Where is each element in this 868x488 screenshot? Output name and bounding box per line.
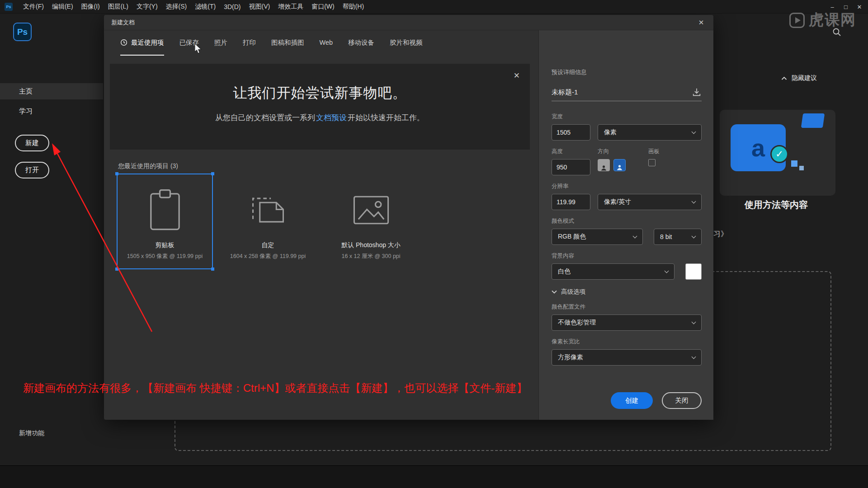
tab-print-label: 打印 [243, 38, 256, 47]
menu-item-help[interactable]: 帮助(H) [339, 0, 368, 14]
advanced-options-toggle[interactable]: 高级选项 [552, 288, 702, 296]
close-window-button[interactable]: ✕ [853, 0, 866, 14]
save-preset-icon[interactable] [692, 87, 702, 97]
check-circle-icon: ✓ [770, 145, 788, 163]
width-input[interactable] [552, 124, 590, 141]
artboard-checkbox[interactable] [648, 159, 656, 166]
width-unit-select[interactable]: 像素 [598, 124, 702, 141]
create-button[interactable]: 创建 [611, 392, 653, 409]
resolution-input[interactable] [552, 194, 590, 210]
play-icon [789, 13, 805, 28]
hero-subtitle-post: 开始以快速开始工作。 [348, 113, 425, 122]
resolution-unit-value: 像素/英寸 [604, 198, 631, 206]
tab-recent-label: 最近使用项 [131, 38, 164, 47]
hide-suggestions-label: 隐藏建议 [792, 74, 817, 82]
orientation-landscape-icon[interactable] [613, 159, 626, 171]
menu-item-plugins[interactable]: 增效工具 [274, 0, 307, 14]
background-color-swatch[interactable] [685, 263, 702, 280]
tab-art-label: 图稿和插图 [271, 38, 304, 47]
recent-item-default-size[interactable]: 默认 Photoshop 大小 16 x 12 厘米 @ 300 ppi [323, 174, 419, 269]
tab-mobile[interactable]: 移动设备 [348, 30, 374, 56]
pixel-aspect-label: 像素长宽比 [552, 338, 702, 346]
recent-item-meta: 16 x 12 厘米 @ 300 ppi [341, 253, 400, 260]
tab-art-illustration[interactable]: 图稿和插图 [271, 30, 304, 56]
preset-details-header: 预设详细信息 [552, 68, 702, 76]
menu-item-window[interactable]: 窗口(W) [307, 0, 339, 14]
promo-illustration-card[interactable]: a ✓ [720, 110, 835, 196]
height-input[interactable] [552, 159, 590, 175]
background-label: 背景内容 [552, 252, 702, 260]
menu-list: 文件(F) 编辑(E) 图像(I) 图层(L) 文字(Y) 选择(S) 滤镜(T… [19, 0, 368, 14]
menu-item-edit[interactable]: 编辑(E) [48, 0, 77, 14]
minimize-button[interactable]: – [826, 0, 839, 14]
resolution-unit-select[interactable]: 像素/英寸 [598, 194, 702, 210]
recent-item-name: 剪贴板 [156, 241, 175, 249]
color-mode-label: 颜色模式 [552, 217, 702, 225]
tab-recent[interactable]: 最近使用项 [120, 30, 164, 56]
recent-item-custom[interactable]: 自定 1604 x 258 像素 @ 119.99 ppi [220, 174, 316, 269]
search-icon[interactable] [832, 27, 842, 39]
hero-banner: 让我们开始尝试新事物吧。 从您自己的文档设置或一系列文档预设开始以快速开始工作。… [110, 64, 530, 150]
dialog-action-buttons: 创建 关闭 [611, 392, 702, 409]
color-profile-select[interactable]: 不做色彩管理 [552, 314, 702, 331]
sidebar-item-home[interactable]: 主页 [0, 83, 103, 99]
tab-photo[interactable]: 照片 [214, 30, 227, 56]
height-orientation-row: 高度 方向 画板 [552, 148, 702, 175]
maximize-button[interactable]: □ [839, 0, 853, 14]
chevron-down-icon [692, 354, 696, 359]
dialog-titlebar: 新建文档 ✕ [104, 15, 713, 30]
chevron-down-icon [665, 268, 669, 273]
hero-subtitle-pre: 从您自己的文档设置或一系列 [215, 113, 315, 122]
close-button[interactable]: 关闭 [662, 392, 702, 409]
chevron-down-icon [692, 199, 696, 203]
menu-item-select[interactable]: 选择(S) [162, 0, 191, 14]
menu-item-file[interactable]: 文件(F) [19, 0, 48, 14]
resolution-row: 像素/英寸 [552, 194, 702, 210]
recent-item-name: 默认 Photoshop 大小 [341, 241, 401, 249]
height-label: 高度 [552, 148, 598, 155]
orientation-portrait-icon[interactable] [598, 159, 610, 171]
dialog-close-icon[interactable]: ✕ [693, 15, 709, 30]
color-mode-select[interactable]: RGB 颜色 [552, 229, 643, 245]
promo-letter: a [751, 134, 765, 162]
menu-item-layer[interactable]: 图层(L) [104, 0, 132, 14]
hero-close-icon[interactable]: ✕ [514, 71, 520, 80]
background-value: 白色 [558, 267, 571, 276]
tab-film-video[interactable]: 胶片和视频 [390, 30, 423, 56]
whats-new-link[interactable]: 新增功能 [19, 429, 44, 437]
resolution-label: 分辨率 [552, 183, 702, 190]
hide-suggestions-toggle[interactable]: 隐藏建议 [781, 74, 817, 82]
hero-subtitle: 从您自己的文档设置或一系列文档预设开始以快速开始工作。 [215, 113, 425, 123]
menu-item-view[interactable]: 视图(V) [245, 0, 274, 14]
chevron-down-icon [633, 234, 637, 238]
document-name-input[interactable] [552, 89, 692, 96]
pixel-aspect-value: 方形像素 [558, 353, 583, 361]
advanced-options-label: 高级选项 [561, 288, 585, 296]
bit-depth-select[interactable]: 8 bit [654, 229, 702, 245]
home-card-title-partial: 使用方法等内容 [745, 199, 808, 211]
menu-item-3d[interactable]: 3D(D) [220, 0, 245, 14]
document-presets-link[interactable]: 文档预设 [316, 113, 347, 122]
tab-web[interactable]: Web [320, 30, 333, 56]
ps-logo: Ps [13, 23, 32, 41]
menu-item-type[interactable]: 文字(Y) [132, 0, 162, 14]
selection-handle [211, 172, 214, 175]
sidebar-nav: 主页 学习 [0, 83, 103, 119]
width-unit-value: 像素 [604, 128, 617, 136]
tab-web-label: Web [320, 39, 333, 46]
tab-mobile-label: 移动设备 [348, 38, 374, 47]
background-select[interactable]: 白色 [552, 263, 675, 280]
color-mode-row: RGB 颜色 8 bit [552, 229, 702, 245]
menu-item-image[interactable]: 图像(I) [77, 0, 104, 14]
tab-film-label: 胶片和视频 [390, 38, 423, 47]
pixel-aspect-row: 方形像素 [552, 349, 702, 366]
width-row: 像素 [552, 124, 702, 141]
sidebar-item-learn[interactable]: 学习 [0, 103, 103, 119]
tab-photo-label: 照片 [214, 38, 227, 47]
menu-item-filter[interactable]: 滤镜(T) [191, 0, 220, 14]
color-profile-value: 不做色彩管理 [558, 319, 596, 327]
selection-handle [211, 267, 214, 271]
pixel-aspect-select[interactable]: 方形像素 [552, 349, 702, 366]
photoshop-window: Ps 文件(F) 编辑(E) 图像(I) 图层(L) 文字(Y) 选择(S) 滤… [0, 0, 868, 488]
tab-print[interactable]: 打印 [243, 30, 256, 56]
